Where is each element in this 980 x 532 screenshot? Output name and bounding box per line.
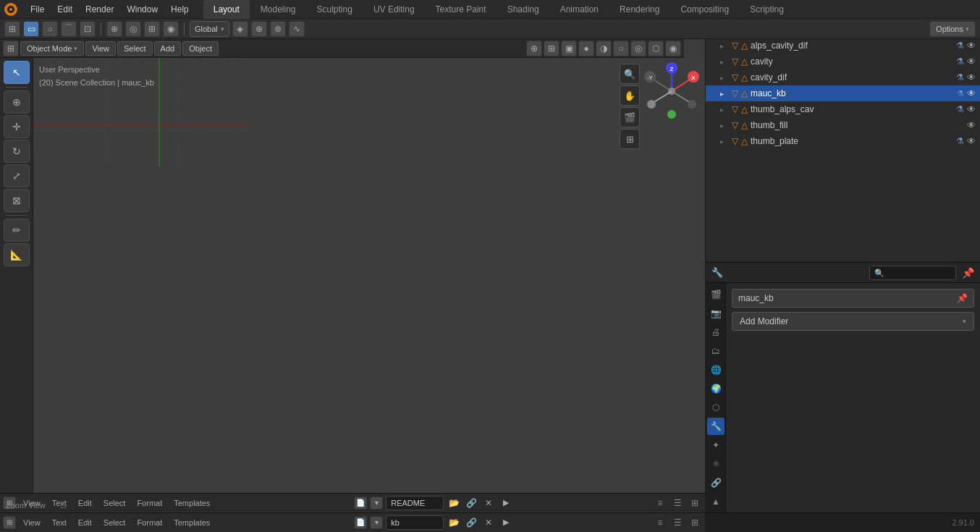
bottom-text-2[interactable]: Text (48, 517, 71, 528)
vis-icon-1[interactable]: 👁 (967, 41, 976, 51)
tab-uv-editing[interactable]: UV Editing (363, 0, 425, 19)
filter-icon-5[interactable]: ⚗ (956, 104, 964, 114)
bottom-format-2[interactable]: Format (132, 517, 166, 528)
bottom-text-1[interactable]: Text (48, 497, 71, 509)
menu-help[interactable]: Help (165, 3, 195, 16)
file-name-1[interactable]: README (386, 496, 444, 510)
world-tab[interactable]: 🌍 (707, 380, 725, 397)
object-tab[interactable]: ⬡ (707, 399, 725, 416)
tab-animation[interactable]: Animation (550, 0, 609, 19)
bottom-lines-icon-1[interactable]: ≡ (653, 496, 667, 510)
filter-icon-1[interactable]: ⚗ (956, 41, 964, 51)
viewport-3d[interactable]: User Perspective (20) Scene Collection |… (33, 58, 705, 493)
material-shading[interactable]: ◑ (596, 41, 612, 56)
transform-pivot-dropdown[interactable]: ◈ (232, 21, 248, 37)
bottom-close-1[interactable]: ✕ (481, 496, 496, 510)
object-menu[interactable]: Object (182, 41, 219, 56)
transform-tool[interactable]: ⊠ (4, 189, 30, 212)
filter-icon-3[interactable]: ⚗ (956, 72, 964, 83)
filter-icon-7[interactable]: ⚗ (956, 136, 964, 146)
modifier-tab[interactable]: 🔧 (707, 418, 725, 435)
tab-sculpting[interactable]: Sculpting (307, 0, 363, 19)
vis-icon-6[interactable]: 👁 (967, 120, 976, 130)
select-all-btn[interactable]: ⊡ (80, 21, 96, 37)
bottom-select-2[interactable]: Select (99, 517, 130, 528)
proportional-edit[interactable]: ◉ (163, 21, 179, 37)
bottom-caret-1[interactable]: ▾ (370, 497, 383, 510)
snap-toggle[interactable]: ⊕ (251, 21, 267, 37)
pin-prop-icon[interactable]: 📌 (957, 293, 968, 303)
select-box-btn[interactable]: ▭ (23, 21, 39, 37)
physics-tab[interactable]: ⚛ (707, 455, 725, 473)
viewport-canvas[interactable]: User Perspective (20) Scene Collection |… (33, 58, 705, 493)
proportional-edit-2[interactable]: ⊛ (270, 21, 286, 37)
bottom-view-1[interactable]: View (19, 497, 45, 509)
bottom-type-icon-2[interactable]: 📄 (354, 516, 367, 529)
tab-scripting[interactable]: Scripting (740, 0, 794, 19)
menu-edit[interactable]: Edit (51, 3, 78, 16)
vis-icon-7[interactable]: 👁 (967, 136, 976, 146)
wave-icon[interactable]: ∿ (289, 21, 305, 37)
file-menu-item[interactable]: File Edit Render Window Help (22, 3, 198, 16)
snap-icon[interactable]: ⊞ (144, 21, 160, 37)
editor-type-icon[interactable]: ⊞ (4, 21, 20, 37)
particles-tab[interactable]: ✦ (707, 436, 725, 454)
options-button[interactable]: Options ▾ (929, 21, 976, 37)
xray-toggle[interactable]: ▣ (561, 41, 577, 56)
bottom-open-1[interactable]: 📂 (447, 496, 461, 510)
filter-icon-2[interactable]: ⚗ (956, 56, 964, 67)
hdri-shading[interactable]: ◎ (630, 41, 646, 56)
measure-tool[interactable]: 📐 (4, 243, 30, 266)
bottom-edit-1[interactable]: Edit (74, 497, 96, 509)
bottom-type-icon-1[interactable]: 📄 (354, 497, 367, 510)
mauc-kb-filter[interactable]: ⚗ (957, 89, 964, 98)
zoom-in-icon[interactable]: 🔍 (620, 64, 640, 84)
render-properties-tab[interactable]: 📷 (707, 305, 725, 322)
bottom-edit-2[interactable]: Edit (74, 517, 96, 528)
file-name-2[interactable]: kb (386, 515, 444, 530)
select-lasso-btn[interactable]: ⌒ (61, 21, 77, 37)
tab-texture-paint[interactable]: Texture Paint (426, 0, 497, 19)
pin-icon[interactable]: 📌 (962, 267, 974, 279)
tab-compositing[interactable]: Compositing (670, 0, 739, 19)
bottom-play-2[interactable]: ▶ (499, 515, 513, 530)
bottom-caret-2[interactable]: ▾ (370, 516, 383, 529)
view-menu[interactable]: View (85, 41, 116, 56)
wireframe-shading[interactable]: ⬡ (648, 41, 664, 56)
bottom-play-1[interactable]: ▶ (499, 496, 513, 510)
bottom-templates-2[interactable]: Templates (169, 517, 214, 528)
tab-shading[interactable]: Shading (497, 0, 549, 19)
transform-orientation-dropdown[interactable]: Global ▾ (190, 21, 229, 37)
editor-type-btn-2[interactable]: ⊞ (3, 41, 19, 56)
gizmo-toggle[interactable]: ⊕ (526, 41, 542, 56)
vis-icon-5[interactable]: 👁 (967, 104, 976, 114)
tab-modeling[interactable]: Modeling (250, 0, 306, 19)
scale-tool[interactable]: ⤢ (4, 164, 30, 187)
vis-icon-3[interactable]: 👁 (967, 72, 976, 83)
vis-icon-4[interactable]: 👁 (967, 88, 976, 98)
outliner-item-cavity[interactable]: ▸ ▽ △ cavity ⚗ 👁 (706, 54, 980, 69)
camera-icon[interactable]: 🎬 (620, 107, 640, 127)
scene-tab[interactable]: 🌐 (707, 361, 725, 379)
tab-layout[interactable]: Layout (203, 0, 250, 19)
outliner-item-thumb-fill[interactable]: ▸ ▽ △ thumb_fill ⚗ 👁 (706, 117, 980, 133)
bottom-lines-icon-3[interactable]: ⊞ (688, 496, 702, 510)
bottom-close-2[interactable]: ✕ (481, 515, 496, 530)
pan-icon[interactable]: ✋ (620, 85, 640, 106)
bottom-lines-icon-6[interactable]: ⊞ (688, 515, 702, 530)
data-tab[interactable]: ▲ (707, 493, 725, 510)
bottom-select-1[interactable]: Select (99, 497, 130, 509)
add-modifier-button[interactable]: Add Modifier ▾ (732, 312, 974, 331)
rendered-shading[interactable]: ◉ (665, 41, 681, 56)
add-menu[interactable]: Add (154, 41, 182, 56)
ortho-grid-icon[interactable]: ⊞ (620, 129, 640, 149)
properties-search[interactable] (869, 266, 956, 280)
select-circle-btn[interactable]: ○ (42, 21, 58, 37)
bottom-editor-type-1[interactable]: ⊞ (3, 497, 16, 510)
render-shading[interactable]: ○ (613, 41, 629, 56)
menu-window[interactable]: Window (121, 3, 164, 16)
menu-file[interactable]: File (25, 3, 50, 16)
outliner-item-mauc-kb[interactable]: ▸ ▽ △ mauc_kb ⚗ 👁 (706, 85, 980, 101)
object-mode-dropdown[interactable]: Object Mode ▾ (20, 41, 84, 56)
solid-shading[interactable]: ● (578, 41, 594, 56)
